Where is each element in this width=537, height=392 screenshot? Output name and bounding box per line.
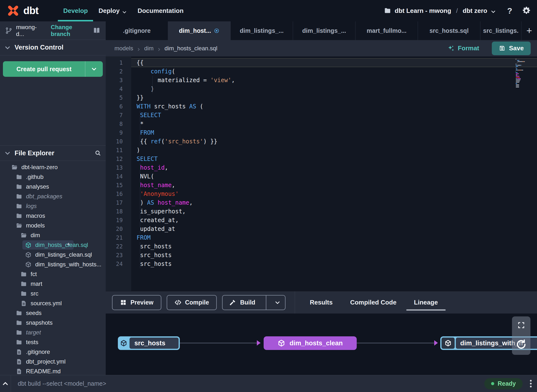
docs-book-icon[interactable] [93, 26, 101, 35]
create-pull-request-label[interactable]: Create pull request [3, 61, 85, 77]
code-editor[interactable]: 1{{2 config(3 materialized = 'view',4 )5… [106, 56, 537, 291]
breadcrumb-item-dim[interactable]: dim [144, 45, 154, 52]
version-control-header[interactable]: Version Control [0, 40, 106, 55]
tree-item-tests[interactable]: tests [0, 337, 106, 347]
code-line-1[interactable]: 1{{ [106, 58, 537, 67]
editor-tab-gitignore[interactable]: .gitignore [106, 21, 168, 40]
line-number: 8 [106, 121, 131, 127]
refresh-icon[interactable] [516, 339, 527, 350]
build-button[interactable]: Build [222, 295, 286, 310]
code-line-22[interactable]: 22 src_hosts [106, 242, 537, 251]
save-button[interactable]: Save [492, 42, 531, 55]
tree-item-seeds[interactable]: seeds [0, 308, 106, 318]
fullscreen-icon[interactable] [517, 321, 525, 329]
code-line-23[interactable]: 23 src_hosts [106, 251, 537, 260]
code-line-17[interactable]: 17 ) AS host_name, [106, 198, 537, 207]
pull-request-dropdown-button[interactable] [85, 61, 103, 77]
tree-item-github[interactable]: .github [0, 172, 106, 182]
tree-item-label: mart [31, 280, 42, 287]
code-line-text: is_superhost, [131, 207, 537, 216]
code-line-14[interactable]: 14 NVL( [106, 172, 537, 181]
help-button[interactable]: ? [507, 6, 512, 16]
code-line-2[interactable]: 2 config( [106, 67, 537, 76]
code-line-13[interactable]: 13 host_id, [106, 163, 537, 172]
editor-tab-src-hosts-sql[interactable]: src_hosts.sql [418, 21, 480, 40]
tree-item-label: dim_listings_with_hosts... [35, 261, 101, 268]
tree-item-readme-md[interactable]: README.md [0, 366, 106, 375]
code-line-8[interactable]: 8 * [106, 120, 537, 128]
editor-tab-src-listings[interactable]: src_listings. [480, 21, 521, 40]
folder-icon [16, 320, 22, 326]
tree-item-target[interactable]: target [0, 328, 106, 337]
format-button[interactable]: Format [447, 44, 479, 52]
editor-tab-mart-fullmo[interactable]: mart_fullmo... [355, 21, 418, 40]
create-pull-request-button[interactable]: Create pull request [3, 61, 103, 77]
new-tab-button[interactable]: + [521, 21, 537, 40]
code-line-4[interactable]: 4 ) [106, 85, 537, 93]
code-line-15[interactable]: 15 host_name, [106, 181, 537, 190]
settings-gear-icon[interactable] [522, 6, 531, 15]
code-line-21[interactable]: 21FROM [106, 233, 537, 242]
tree-item-logs[interactable]: logs [0, 201, 106, 211]
tree-item-dim-listings-clean-sql[interactable]: dim_listings_clean.sql [0, 250, 106, 260]
code-line-3[interactable]: 3 materialized = 'view', [106, 76, 537, 85]
tree-item-dim-hosts-clean-sql[interactable]: dim_hosts_clean.sql• [0, 240, 106, 250]
editor-tab-dim-listings[interactable]: dim_listings_... [231, 21, 293, 40]
lineage-node-src-hosts[interactable]: src_hosts [118, 336, 180, 350]
code-line-19[interactable]: 19 created_at, [106, 216, 537, 225]
file-explorer-header[interactable]: File Explorer [0, 145, 106, 161]
code-line-6[interactable]: 6WITH src_hosts AS ( [106, 102, 537, 111]
nav-develop[interactable]: Develop [58, 0, 93, 21]
code-line-7[interactable]: 7 SELECT [106, 111, 537, 120]
version-control-body: Create pull request [0, 55, 106, 145]
tree-item-models[interactable]: models [0, 221, 106, 230]
project-selector[interactable]: dbt Learn - mwong / dbt zero [384, 7, 496, 15]
code-line-9[interactable]: 9 FROM [106, 128, 537, 137]
tree-item-snapshots[interactable]: snapshots [0, 318, 106, 328]
code-line-11[interactable]: 11) [106, 146, 537, 155]
editor-tab-dim-listings[interactable]: dim_listings_... [293, 21, 355, 40]
code-line-16[interactable]: 16 'Anonymous' [106, 190, 537, 198]
build-dropdown-button[interactable] [270, 296, 285, 310]
tab-label: dim_listings_... [302, 27, 346, 34]
search-icon[interactable] [95, 150, 101, 157]
result-tab-results[interactable]: Results [310, 299, 333, 306]
tree-item-dbt-packages[interactable]: dbt_packages [0, 192, 106, 201]
code-line-24[interactable]: 24 src_hosts [106, 260, 537, 268]
kebab-menu-button[interactable] [529, 379, 533, 388]
tree-item-src[interactable]: src [0, 289, 106, 298]
tab-label: mart_fullmo... [367, 27, 407, 34]
tree-item-dbt-learn-zero[interactable]: dbt-learn-zero [0, 162, 106, 172]
expand-panel-button[interactable] [0, 375, 11, 392]
lineage-canvas[interactable]: src_hosts dim_hosts_clean dim_listings_w… [106, 314, 537, 375]
tree-item-gitignore[interactable]: .gitignore [0, 347, 106, 357]
tree-item-dim-listings-with-hosts[interactable]: dim_listings_with_hosts... [0, 260, 106, 269]
code-line-5[interactable]: 5}} [106, 93, 537, 102]
nav-documentation[interactable]: Documentation [132, 0, 189, 21]
preview-button[interactable]: Preview [112, 295, 161, 310]
nav-deploy[interactable]: Deploy [93, 0, 132, 21]
compile-button[interactable]: Compile [167, 295, 217, 310]
tree-item-fct[interactable]: fct [0, 269, 106, 279]
tree-item-dim[interactable]: dim [0, 230, 106, 240]
breadcrumb-item-models[interactable]: models [114, 45, 133, 52]
tree-item-dbt-project-yml[interactable]: dbt_project.yml [0, 357, 106, 366]
tree-item-label: README.md [26, 368, 61, 375]
tree-item-analyses[interactable]: analyses [0, 182, 106, 192]
code-line-18[interactable]: 18 is_superhost, [106, 207, 537, 216]
change-branch-link[interactable]: Change branch [51, 24, 93, 37]
editor-tab-dim-host[interactable]: dim_host... [168, 21, 231, 40]
dbt-logo[interactable]: dbt [6, 4, 38, 17]
lineage-node-dim-hosts-clean[interactable]: dim_hosts_clean [264, 336, 357, 350]
editor-minimap[interactable] [516, 59, 533, 88]
code-line-10[interactable]: 10 {{ ref('src_hosts') }} [106, 137, 537, 146]
tree-item-mart[interactable]: mart [0, 279, 106, 289]
tree-item-macros[interactable]: macros [0, 211, 106, 221]
code-line-12[interactable]: 12SELECT [106, 155, 537, 163]
result-tab-lineage[interactable]: Lineage [414, 299, 438, 306]
code-line-20[interactable]: 20 updated_at [106, 225, 537, 233]
tree-item-sources-yml[interactable]: sources.yml [0, 298, 106, 308]
result-tab-compiled-code[interactable]: Compiled Code [350, 299, 397, 306]
breadcrumb-item-dim-hosts-clean-sql[interactable]: dim_hosts_clean.sql [165, 45, 217, 52]
command-input[interactable]: dbt build --select <model_name> [18, 380, 106, 387]
